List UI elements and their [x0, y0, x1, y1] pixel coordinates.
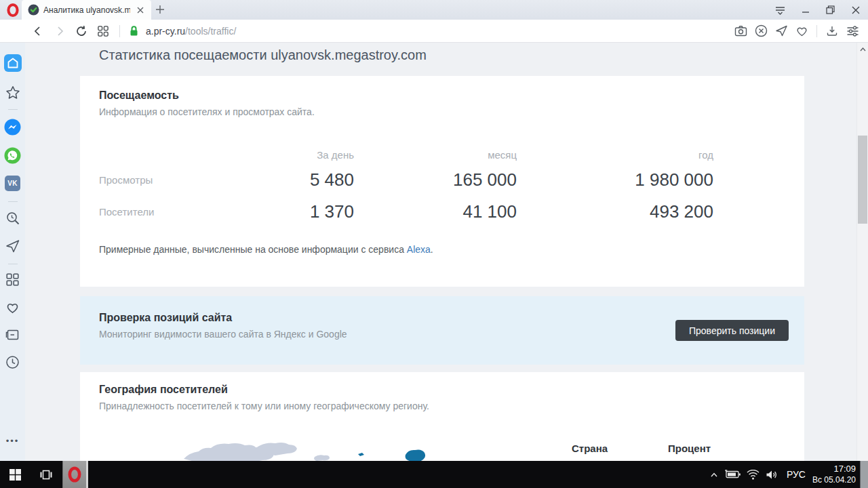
lock-icon	[129, 25, 139, 37]
visitors-month-value: 41 100	[354, 201, 517, 222]
windows-taskbar: РУС 17:09 Вс 05.04.20	[0, 461, 868, 488]
show-desktop-button[interactable]	[860, 461, 868, 488]
task-view-icon	[39, 469, 53, 481]
downloads-button[interactable]	[825, 24, 839, 38]
sidebar-item-speed-dial[interactable]	[4, 54, 22, 72]
col-header-year: год	[517, 149, 713, 161]
visitors-day-value: 1 370	[262, 201, 354, 222]
sidebar-settings-dots-icon[interactable]: •••	[0, 436, 25, 446]
chevron-right-icon	[54, 25, 66, 37]
download-icon	[826, 25, 838, 37]
browser-tab[interactable]: Аналитика ulyanovsk.mega	[22, 0, 151, 20]
plus-icon	[155, 5, 165, 14]
new-tab-button[interactable]	[154, 3, 166, 16]
sidebar-item-history[interactable]	[5, 355, 20, 369]
sidebar-item-search[interactable]	[5, 211, 20, 226]
sliders-icon	[846, 25, 859, 37]
blocked-circle-icon	[755, 24, 768, 37]
positions-check-card: Проверка позиций сайта Мониторинг видимо…	[80, 296, 804, 365]
heart-icon	[5, 301, 20, 314]
data-source-note: Примерные данные, вычисленные на основе …	[99, 244, 433, 255]
sidebar-item-whatsapp[interactable]	[4, 147, 21, 164]
views-day-value: 5 480	[262, 169, 354, 190]
sidebar-item-my-flow[interactable]	[5, 239, 20, 253]
traffic-card-subtitle: Информация о посетителях и просмотрах са…	[99, 106, 785, 117]
note-text: Примерные данные, вычисленные на основе …	[99, 244, 407, 255]
taskbar-clock[interactable]: 17:09 Вс 05.04.20	[812, 464, 856, 485]
secure-lock-badge[interactable]	[127, 24, 140, 38]
sidebar-item-bookmarks[interactable]	[5, 85, 20, 100]
messenger-icon	[4, 119, 21, 136]
whatsapp-icon	[4, 147, 21, 164]
sidebar-divider	[8, 109, 18, 110]
clock-date: Вс 05.04.20	[812, 475, 856, 485]
sidebar-item-favorites[interactable]	[5, 301, 20, 314]
opera-sidebar: VK	[0, 43, 25, 461]
grid-icon	[5, 272, 20, 287]
speed-dial-tiles-button[interactable]	[96, 24, 110, 38]
chevron-left-icon	[32, 25, 44, 37]
views-year-value: 1 980 000	[517, 169, 713, 190]
bookmark-heart-button[interactable]	[795, 24, 808, 38]
opera-logo-icon	[6, 3, 20, 17]
speed-dial-icon	[7, 58, 18, 68]
close-window-button[interactable]	[843, 0, 868, 20]
tab-close-icon[interactable]	[134, 4, 146, 16]
minimize-button[interactable]	[793, 0, 818, 20]
minimize-icon	[802, 6, 810, 14]
windows-logo-icon	[9, 469, 21, 481]
geography-card-subtitle: Принадлежность посетителей к тому или ин…	[99, 401, 785, 411]
opera-menu-button[interactable]	[5, 3, 20, 17]
system-tray: РУС 17:09 Вс 05.04.20	[711, 461, 868, 488]
traffic-card: Посещаемость Информация о посетителях и …	[80, 76, 804, 287]
sidebar-item-extensions[interactable]	[5, 272, 20, 287]
restore-button[interactable]	[818, 0, 843, 20]
toolbar-divider	[816, 25, 817, 37]
geography-card-title: География посетителей	[99, 372, 785, 396]
vk-icon: VK	[5, 176, 20, 191]
back-button[interactable]	[31, 24, 45, 38]
start-button[interactable]	[0, 461, 31, 488]
heart-icon	[795, 25, 808, 37]
task-view-button[interactable]	[31, 461, 61, 488]
snapshot-button[interactable]	[734, 24, 747, 38]
window-controls	[768, 0, 868, 20]
restore-icon	[826, 5, 835, 14]
note-period: .	[431, 244, 433, 255]
traffic-table-header: За день месяц год	[99, 145, 713, 164]
url-host: a.pr-cy.ru	[146, 26, 185, 37]
col-header-day: За день	[262, 149, 354, 161]
page-content: Статистика посещаемости ulyanovsk.megast…	[25, 43, 868, 461]
paper-plane-icon	[775, 24, 788, 37]
volume-icon[interactable]	[766, 470, 778, 480]
my-flow-button[interactable]	[774, 24, 788, 38]
newspaper-icon	[5, 329, 20, 341]
language-indicator[interactable]: РУС	[787, 469, 806, 480]
check-positions-button[interactable]: Проверить позиции	[675, 320, 789, 341]
sidebar-item-news[interactable]	[5, 329, 20, 341]
opera-taskbar-button[interactable]	[62, 461, 88, 488]
tab-title: Аналитика ulyanovsk.mega	[43, 5, 130, 15]
forward-button[interactable]	[53, 24, 66, 38]
tray-expand-icon[interactable]	[711, 472, 717, 477]
battery-icon[interactable]	[724, 470, 741, 479]
page-scrollbar[interactable]	[856, 43, 868, 461]
reload-icon	[75, 25, 87, 37]
tab-menu-button[interactable]	[768, 0, 793, 20]
address-bar[interactable]: a.pr-cy.ru/tools/traffic/	[146, 26, 236, 37]
row-label: Посетители	[99, 206, 262, 218]
sidebar-item-vk[interactable]: VK	[5, 176, 20, 191]
alexa-link[interactable]: Alexa	[407, 244, 431, 255]
browser-toolbar: a.pr-cy.ru/tools/traffic/	[0, 20, 868, 43]
scrollbar-thumb[interactable]	[858, 136, 867, 224]
row-label: Просмотры	[99, 174, 262, 186]
easy-setup-button[interactable]	[846, 24, 859, 38]
reload-button[interactable]	[75, 24, 88, 38]
scroll-up-icon[interactable]	[857, 45, 868, 54]
adblock-button[interactable]	[754, 24, 768, 38]
sidebar-divider	[8, 264, 18, 264]
wifi-icon[interactable]	[747, 470, 760, 480]
opera-logo-icon	[67, 466, 82, 483]
sidebar-item-messenger[interactable]	[4, 119, 21, 136]
geo-col-percent: Процент	[668, 443, 711, 454]
